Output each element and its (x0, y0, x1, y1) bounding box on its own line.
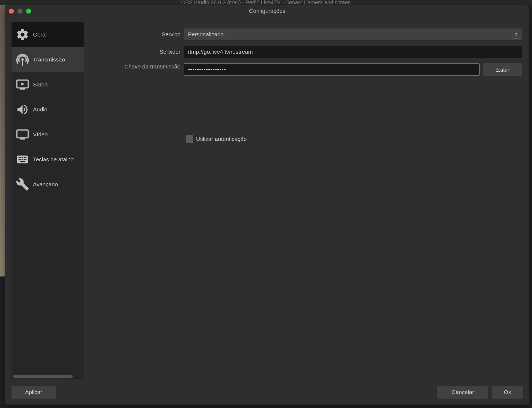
output-icon (14, 78, 31, 91)
sidebar-item-hotkeys[interactable]: Teclas de atalho (12, 147, 84, 172)
sidebar-item-audio[interactable]: Áudio (12, 97, 84, 122)
server-input[interactable] (184, 46, 522, 58)
settings-sidebar: Geral Transmissão Saída Áudio (12, 22, 84, 379)
sidebar-item-stream[interactable]: Transmissão (12, 47, 84, 72)
sidebar-item-label: Geral (33, 31, 47, 38)
settings-titlebar[interactable]: Configurações (5, 5, 529, 17)
sidebar-item-output[interactable]: Saída (12, 72, 84, 97)
sidebar-item-video[interactable]: Vídeo (12, 122, 84, 147)
stream-key-input[interactable] (184, 63, 480, 76)
main-app-title: OBS Studio 26.0.2 (mac) - Perfil: Live4T… (181, 0, 351, 5)
keyboard-icon (14, 153, 31, 166)
server-label: Servidor (89, 49, 180, 55)
fullscreen-window-button[interactable] (26, 9, 31, 14)
gear-icon (14, 28, 31, 41)
service-label: Serviço (89, 31, 180, 38)
ok-button[interactable]: Ok (492, 386, 523, 399)
service-select-value: Personalizado... (188, 31, 228, 38)
sidebar-item-label: Avançado (33, 181, 58, 188)
settings-window: Configurações Geral Transmissão Saída (5, 5, 530, 405)
sidebar-scrollbar-thumb[interactable] (13, 375, 73, 378)
apply-button[interactable]: Aplicar (12, 386, 56, 399)
main-app-titlebar: OBS Studio 26.0.2 (mac) - Perfil: Live4T… (0, 0, 532, 5)
chevron-up-down-icon (512, 30, 520, 39)
audio-icon (14, 103, 31, 116)
window-controls (9, 9, 31, 14)
close-window-button[interactable] (9, 9, 14, 14)
tools-icon (14, 178, 31, 191)
minimize-window-button[interactable] (17, 9, 23, 14)
sidebar-scrollbar[interactable] (13, 375, 82, 378)
video-icon (14, 128, 31, 141)
settings-footer: Aplicar Cancelar Ok (5, 382, 529, 405)
stream-key-label: Chave da transmissão (89, 63, 180, 76)
service-select[interactable]: Personalizado... (184, 28, 522, 40)
settings-window-title: Configurações (249, 8, 285, 14)
sidebar-item-label: Áudio (33, 106, 47, 113)
show-stream-key-button[interactable]: Exibir (483, 63, 522, 76)
broadcast-icon (14, 52, 31, 67)
sidebar-item-advanced[interactable]: Avançado (12, 172, 84, 197)
sidebar-item-label: Saída (33, 81, 48, 88)
sidebar-item-label: Teclas de atalho (33, 156, 74, 163)
sidebar-item-general[interactable]: Geral (12, 22, 84, 47)
sidebar-item-label: Vídeo (33, 131, 48, 138)
use-auth-checkbox[interactable] (186, 135, 193, 143)
sidebar-item-label: Transmissão (33, 56, 65, 63)
use-auth-label: Utilizar autenticação (196, 136, 247, 142)
cancel-button[interactable]: Cancelar (437, 386, 488, 399)
stream-settings-panel: Serviço Personalizado... Servidor Chave … (89, 22, 523, 379)
